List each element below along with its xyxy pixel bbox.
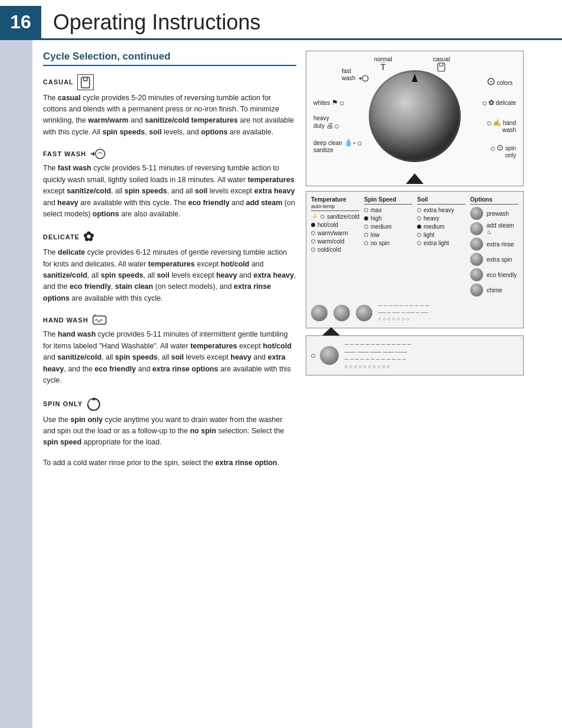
options-header: Options (470, 196, 518, 205)
option-extra-spin: extra spin (470, 253, 518, 266)
soil-extra-light: extra light (417, 240, 465, 246)
colors-diag: ⊙ colors (487, 75, 513, 88)
spin-max: max (364, 207, 412, 213)
svg-rect-0 (81, 77, 90, 88)
page-header: 16 Operating Instructions (0, 0, 562, 40)
cycle-spin-only-text: Use the spin only cycle anytime you want… (43, 414, 296, 449)
cycle-spin-only: SPIN ONLY Use the spin only cycle anytim… (43, 396, 296, 469)
page-number: 16 (0, 6, 41, 38)
delicate-diag: ✿ delicate (482, 98, 516, 107)
cycle-hand-wash-text: The hand wash cycle provides 5-11 minute… (43, 329, 296, 386)
soil-medium: medium (417, 223, 465, 230)
spin-header: Spin Speed (364, 196, 412, 205)
svg-rect-8 (93, 316, 106, 324)
dial-indicator-row: ─ ─ ─ ─ ─ ─ ─ ─ ─ ─ ── ─ ── ─ ── ─ ── ○ … (311, 300, 518, 323)
spin-only-label: SPIN ONLY (43, 400, 82, 407)
whites-diag: whites ⚑ (313, 98, 344, 107)
casual-icon (77, 74, 94, 90)
delicate-label: DELICATE (43, 233, 80, 241)
washer-top-diagram: normalT̈ casual fastwash ⊙ colors (306, 51, 524, 186)
hand-wash-diag: ✍ hand wash (487, 119, 516, 133)
spin-only-icon (86, 396, 101, 411)
option-extra-rinse: extra rinse (470, 238, 518, 251)
svg-line-17 (361, 77, 361, 78)
deep-clean-diag: deep clean 💧+ sanitize (313, 139, 362, 153)
extra-spin-btn[interactable] (470, 253, 483, 266)
cycle-casual-text: The casual cycle provides 5-20 minutes o… (43, 93, 296, 139)
cycle-spin-only-extra: To add a cold water rinse prior to the s… (43, 457, 296, 469)
svg-marker-24 (322, 327, 340, 335)
main-dial (368, 69, 462, 165)
option-eco: eco friendly (470, 268, 518, 281)
temp-header: Temperatureauto·temp (311, 196, 359, 211)
spin-no: no spin (364, 240, 412, 246)
temp-sanitize: ⚡ sanitize/cold (311, 213, 359, 220)
cycle-hand-wash-title: HAND WASH (43, 314, 296, 327)
panel-tiny-text: ─ ─ ─ ─ ─ ─ ─ ─ ─ ─ ── ─ ── ─ ── ─ ── ○ … (378, 302, 518, 323)
spin-medium: medium (364, 223, 412, 230)
main-content: Cycle Selection, continued CASUAL (32, 40, 562, 728)
dial-soil (356, 305, 372, 321)
dial-temp (311, 305, 328, 321)
panel-headers-row: Temperatureauto·temp ⚡ sanitize/cold hot… (311, 196, 518, 297)
fast-wash-diag: fastwash (342, 68, 369, 83)
cycle-fast-wash: FAST WASH The fast wash cycle provides 5… (43, 147, 296, 220)
right-column: normalT̈ casual fastwash ⊙ colors (306, 51, 524, 719)
spin-only-diag: ⊙ spin only (491, 143, 516, 159)
hand-wash-icon (92, 314, 107, 327)
bottom-panel-text: ─ ─ ─ ─ ─ ─ ─ ─ ─ ─ ─ ─ ─ ─── ─── ─── ──… (345, 341, 518, 370)
delicate-icon: ✿ (83, 229, 94, 245)
spin-col: Spin Speed max high medium (364, 196, 412, 248)
hand-wash-label: HAND WASH (43, 317, 88, 324)
bottom-panel: ─ ─ ─ ─ ─ ─ ─ ─ ─ ─ ─ ─ ─ ─── ─── ─── ──… (306, 335, 524, 375)
fast-wash-label: FAST WASH (43, 150, 86, 157)
page-title: Operating Instructions (41, 10, 260, 35)
svg-point-7 (95, 149, 105, 159)
temp-warm-cold: warm/cold (311, 238, 359, 245)
svg-line-18 (361, 78, 361, 80)
fast-wash-icon (90, 147, 106, 160)
bottom-panel-wrapper: ─ ─ ─ ─ ─ ─ ─ ─ ─ ─ ─ ─ ─ ─── ─── ─── ──… (306, 333, 524, 375)
cycle-hand-wash: HAND WASH The hand wash cycle provides 5… (43, 314, 296, 386)
content-area: Cycle Selection, continued CASUAL (0, 40, 562, 728)
cycle-casual: CASUAL The casual cycle provides 5-20 mi… (43, 74, 296, 138)
heavy-duty-diag: heavyduty 🖨 (313, 115, 339, 130)
cycle-spin-only-title: SPIN ONLY (43, 396, 296, 411)
temp-warm-warm: warm/warm (311, 230, 359, 236)
chime-btn[interactable] (470, 284, 483, 297)
soil-extra-heavy: extra heavy (417, 207, 465, 213)
left-column: Cycle Selection, continued CASUAL (43, 51, 296, 719)
eco-btn[interactable] (470, 268, 483, 281)
option-add-steam: add steam ♨ (470, 222, 518, 235)
cycle-delicate: DELICATE ✿ The delicate cycle provides 6… (43, 229, 296, 304)
bottom-indicator (311, 354, 315, 358)
sidebar (0, 40, 32, 728)
options-col: Options prewash add steam ♨ (470, 196, 518, 297)
soil-heavy: heavy (417, 215, 465, 222)
soil-col: Soil extra heavy heavy med (417, 196, 465, 248)
soil-light: light (417, 232, 465, 238)
svg-marker-23 (406, 173, 424, 184)
cycle-delicate-title: DELICATE ✿ (43, 229, 296, 245)
dial-pointer-bottom (406, 173, 424, 186)
cycle-fast-wash-title: FAST WASH (43, 147, 296, 160)
add-steam-btn[interactable] (470, 222, 483, 235)
cycle-casual-title: CASUAL (43, 74, 296, 90)
soil-header: Soil (417, 196, 465, 205)
temp-col: Temperatureauto·temp ⚡ sanitize/cold hot… (311, 196, 359, 255)
diagram-container: normalT̈ casual fastwash ⊙ colors (306, 51, 524, 375)
bottom-dial-area (311, 346, 339, 365)
casual-label: CASUAL (43, 78, 74, 85)
bottom-dial (320, 346, 339, 365)
option-prewash: prewash (470, 207, 518, 220)
extra-rinse-btn[interactable] (470, 238, 483, 251)
section-heading: Cycle Selection, continued (43, 51, 296, 66)
cycle-delicate-text: The delicate cycle provides 6-12 minutes… (43, 247, 296, 304)
temp-hot: hot/cold (311, 222, 359, 228)
control-panel-main: Temperatureauto·temp ⚡ sanitize/cold hot… (306, 191, 524, 328)
dial-spin (333, 305, 350, 321)
prewash-btn[interactable] (470, 207, 483, 220)
spin-low: low (364, 232, 412, 238)
spin-high: high (364, 215, 412, 222)
svg-point-20 (369, 70, 461, 162)
